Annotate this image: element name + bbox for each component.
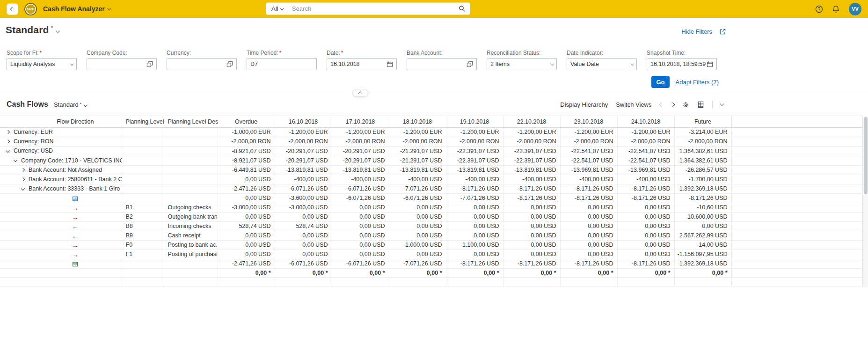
avatar[interactable]: VV xyxy=(849,3,861,15)
table-row[interactable]: →B1Outgoing checks-3.000,00 USD-3.000,00… xyxy=(0,203,862,213)
export-ic[interactable] xyxy=(697,101,704,108)
settings-icon[interactable] xyxy=(682,101,689,108)
collapse-node-icon[interactable] xyxy=(21,187,25,191)
filter-label: Company Code: xyxy=(87,50,157,56)
amount-cell: -8.921,07 USD xyxy=(218,156,275,165)
column-header-overdue[interactable]: Overdue xyxy=(218,116,275,128)
amount-cell: -13.819,81 USD xyxy=(446,165,503,175)
outflow-icon: → xyxy=(72,251,79,258)
planning-level-desc-cell: Outgoing bank tran... xyxy=(164,213,218,222)
table-row[interactable]: →B2Outgoing bank tran...0,00 USD0,00 USD… xyxy=(0,213,862,222)
navigate-back-icon[interactable] xyxy=(659,102,664,107)
amount-cell: -1.100,00 USD xyxy=(446,241,503,250)
planning-level-desc-cell: Incoming checks xyxy=(164,222,218,231)
table-row[interactable]: -2.471,26 USD-6.071,26 USD-6.071,26 USD-… xyxy=(0,259,862,269)
amount-cell: 0,00 USD xyxy=(560,241,617,250)
expand-node-icon[interactable] xyxy=(6,140,10,143)
table-variant-selector[interactable]: Standard * xyxy=(54,101,87,108)
filter-label: Date Indicator: xyxy=(567,50,637,56)
totals-row[interactable]: 0,00 *0,00 *0,00 *0,00 *0,00 *0,00 *0,00… xyxy=(0,269,862,278)
table-row[interactable]: Bank Account: 33333 - Bank 1 Giro-2.471,… xyxy=(0,184,862,194)
hide-filters-button[interactable]: Hide Filters xyxy=(681,28,712,35)
amount-cell: -6.071,26 USD xyxy=(275,184,332,194)
export-menu-icon[interactable] xyxy=(720,102,723,106)
planning-level-cell xyxy=(122,259,164,269)
navigate-forward-icon[interactable] xyxy=(670,102,675,107)
go-button[interactable]: Go xyxy=(651,76,669,88)
app-title-menu[interactable]: Cash Flow Analyzer xyxy=(43,5,110,13)
notifications-icon[interactable] xyxy=(832,5,840,13)
table-row[interactable]: Bank Account: Not Assigned-6.449,81 USD-… xyxy=(0,165,862,175)
amount-cell: -8.171,26 USD xyxy=(617,259,674,269)
help-icon[interactable] xyxy=(815,5,823,13)
planning-level-desc-cell: Posting to bank ac... xyxy=(164,241,218,250)
expand-node-icon[interactable] xyxy=(6,130,10,133)
chevron-down-icon xyxy=(70,62,73,66)
filter-control-reconciliation-status[interactable]: 2 Items xyxy=(487,58,557,70)
filter-control-scope-for-fi[interactable]: Liquidity Analysis xyxy=(7,58,77,70)
hierarchy-node-label: Company Code: 1710 - VELOTICS INC. xyxy=(21,157,122,164)
search-scope-select[interactable]: All xyxy=(266,5,288,12)
table-row[interactable]: ←B9Cash receipt0,00 USD0,00 USD0,00 USD0… xyxy=(0,231,862,241)
table-row[interactable]: Bank Account: 25800611 - Bank 2 Giro0,00… xyxy=(0,175,862,184)
search-input[interactable] xyxy=(288,5,459,12)
column-header-planning-level-des[interactable]: Planning Level Des... xyxy=(164,116,218,128)
column-header-flow-direction[interactable]: Flow Direction xyxy=(0,116,122,128)
vertical-scrollbar[interactable] xyxy=(862,116,868,287)
expand-node-icon[interactable] xyxy=(21,168,25,171)
filter-control-date-indicator[interactable]: Value Date xyxy=(567,58,637,70)
filter-control-currency[interactable] xyxy=(167,58,237,70)
collapse-node-icon[interactable] xyxy=(6,149,10,153)
amount-cell: -6.071,26 USD xyxy=(332,184,389,194)
table-row[interactable]: Currency: RON-2.000,00 RON-2.000,00 RON-… xyxy=(0,137,862,147)
column-header-23-10-2018[interactable]: 23.10.2018 xyxy=(560,116,617,128)
amount-cell: -13.819,81 USD xyxy=(389,165,446,175)
column-header-17-10-2018[interactable]: 17.10.2018 xyxy=(332,116,389,128)
table-row[interactable]: →F0Posting to bank ac...0,00 USD0,00 USD… xyxy=(0,241,862,250)
switch-views-button[interactable]: Switch Views xyxy=(616,101,651,108)
column-header-22-10-2018[interactable]: 22.10.2018 xyxy=(503,116,560,128)
amount-cell: 1.392.369,18 USD xyxy=(674,259,731,269)
collapse-node-icon[interactable] xyxy=(14,158,17,162)
filter-control-company-code[interactable] xyxy=(87,58,157,70)
column-header-16-10-2018[interactable]: 16.10.2018 xyxy=(275,116,332,128)
column-header-18-10-2018[interactable]: 18.10.2018 xyxy=(389,116,446,128)
column-header-19-10-2018[interactable]: 19.10.2018 xyxy=(446,116,503,128)
title-row: Standard * Hide Filters xyxy=(0,18,868,36)
amount-cell: 0,00 USD xyxy=(218,213,275,222)
outflow-icon: → xyxy=(72,242,79,249)
amount-cell: -400,00 USD xyxy=(503,175,560,184)
column-header-24-10-2018[interactable]: 24.10.2018 xyxy=(617,116,674,128)
flow-direction-cell: Currency: EUR xyxy=(0,128,122,137)
back-button[interactable] xyxy=(7,3,18,15)
amount-cell: -8.171,26 USD xyxy=(617,194,674,203)
table-row[interactable]: →F1Posting of purchasi...0,00 USD0,00 US… xyxy=(0,250,862,259)
planning-level-cell: B9 xyxy=(122,231,164,241)
collapse-header-button[interactable] xyxy=(352,89,368,97)
table-row[interactable]: 0,00 USD-3.600,00 USD-6.071,26 USD-6.071… xyxy=(0,194,862,203)
adapt-filters-button[interactable]: Adapt Filters (7) xyxy=(676,79,719,86)
column-header-planning-level[interactable]: Planning Level xyxy=(122,116,164,128)
table-toolbar: Cash Flows Standard * Display Hierarchy … xyxy=(0,93,868,116)
share-icon[interactable] xyxy=(719,28,726,35)
filter-control-time-period[interactable]: D7 xyxy=(247,58,317,70)
column-header-future[interactable]: Future xyxy=(674,116,731,128)
table-row[interactable]: Currency: EUR-1.000,00 EUR-1.200,00 EUR-… xyxy=(0,128,862,137)
filter-control-snapshot-time[interactable]: 16.10.2018, 18:59:59 xyxy=(647,58,717,70)
expand-node-icon[interactable] xyxy=(21,177,25,181)
table-row[interactable]: Currency: USD-8.921,07 USD-20.291,07 USD… xyxy=(0,147,862,156)
flow-direction-cell xyxy=(0,194,122,203)
table-row[interactable]: ←B8Incoming checks528,74 USD528,74 USD0,… xyxy=(0,222,862,231)
scrollbar-thumb[interactable] xyxy=(864,117,868,194)
amount-cell: -7.071,26 USD xyxy=(446,194,503,203)
table-row[interactable]: Company Code: 1710 - VELOTICS INC.-8.921… xyxy=(0,156,862,165)
display-hierarchy-button[interactable]: Display Hierarchy xyxy=(560,101,608,108)
flow-direction-cell: → xyxy=(0,213,122,222)
search-icon[interactable] xyxy=(459,5,466,12)
opening-balance-icon xyxy=(72,196,78,202)
amount-cell: 1.392.369,18 USD xyxy=(674,184,731,194)
variant-selector[interactable]: Standard * xyxy=(6,24,59,36)
filter-control-date[interactable]: 16.10.2018 xyxy=(327,58,397,70)
filter-control-bank-account[interactable] xyxy=(407,58,477,70)
filter-field-snapshot-time: Snapshot Time:16.10.2018, 18:59:59 xyxy=(647,50,717,70)
